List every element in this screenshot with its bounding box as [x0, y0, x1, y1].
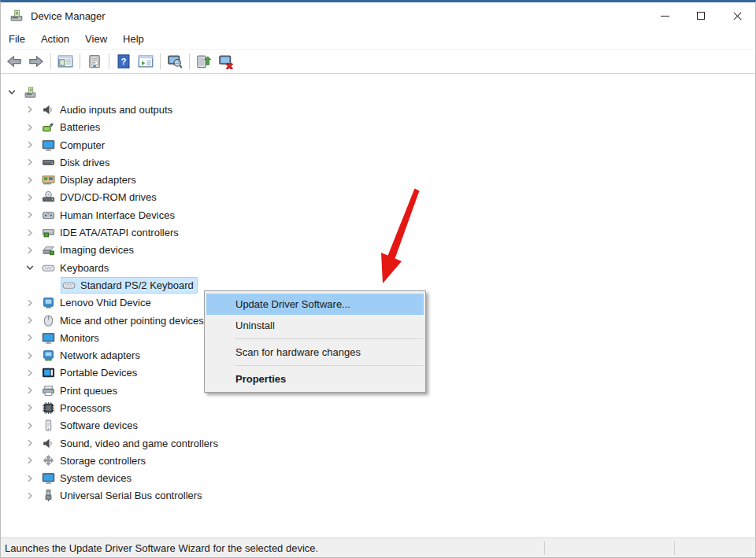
tree-item-body[interactable]: System devices	[41, 471, 135, 486]
tree-item-body[interactable]: DVD/CD-ROM drives	[41, 190, 160, 205]
tree-item-body[interactable]: IDE ATA/ATAPI controllers	[41, 225, 182, 240]
tree-item-display-adapters[interactable]: Display adapters	[1, 171, 755, 188]
uninstall-button[interactable]	[215, 51, 237, 72]
chevron-right-icon[interactable]	[24, 191, 41, 204]
chevron-down-icon[interactable]	[24, 261, 41, 274]
menu-file[interactable]: File	[1, 29, 33, 49]
console-tree-icon	[57, 54, 73, 69]
tree-item-body[interactable]: Mice and other pointing devices	[41, 313, 207, 328]
monitor-icon	[42, 471, 55, 485]
chevron-right-icon[interactable]	[24, 297, 41, 309]
menu-view[interactable]: View	[77, 29, 115, 49]
menu-item-properties[interactable]: Properties	[206, 368, 424, 390]
help-button[interactable]: ?	[113, 51, 135, 72]
close-button[interactable]	[719, 2, 755, 29]
menu-item-scan-for-hardware-changes[interactable]: Scan for hardware changes	[206, 342, 424, 363]
tree-item-sound-video-and-game-controllers[interactable]: Sound, video and game controllers	[1, 434, 755, 452]
menu-action[interactable]: Action	[33, 29, 77, 49]
chevron-right-icon[interactable]	[24, 156, 41, 168]
chevron-right-icon[interactable]	[24, 174, 41, 187]
tree-item-audio-inputs-and-outputs[interactable]: Audio inputs and outputs	[1, 101, 755, 118]
tree-item-software-devices[interactable]: Software devices	[1, 417, 755, 434]
tree-item-dvd-cd-rom-drives[interactable]: DVD/CD-ROM drives	[1, 189, 755, 206]
title-bar: Device Manager	[1, 2, 755, 29]
chevron-right-icon[interactable]	[24, 384, 41, 397]
window-controls	[647, 2, 755, 29]
tree-item-processors[interactable]: Processors	[1, 399, 755, 416]
selected-tree-item-body[interactable]: Standard PS/2 Keyboard	[61, 278, 197, 293]
show-hide-action-pane-button[interactable]	[135, 51, 157, 72]
tree-item-body[interactable]: Sound, video and game controllers	[41, 436, 221, 451]
properties-sheet-button[interactable]	[83, 51, 106, 72]
chevron-right-icon[interactable]	[24, 454, 41, 467]
chevron-right-icon[interactable]	[24, 401, 41, 414]
chevron-right-icon[interactable]	[24, 209, 41, 221]
chevron-right-icon[interactable]	[24, 331, 41, 344]
tree-item-computer[interactable]: Computer	[1, 136, 755, 153]
chevron-right-icon[interactable]	[24, 349, 41, 362]
tree-item-label: Lenovo Vhid Device	[60, 297, 151, 309]
tree-item-label: Software devices	[60, 419, 138, 431]
chevron-right-icon[interactable]	[24, 437, 41, 449]
minimize-button[interactable]	[647, 2, 683, 29]
tree-item-body[interactable]: Batteries	[41, 120, 103, 135]
tree-item-body[interactable]: Network adapters	[41, 348, 143, 363]
forward-button[interactable]	[25, 51, 47, 72]
chevron-right-icon[interactable]	[24, 314, 41, 327]
scan-for-hardware-changes-button[interactable]	[164, 51, 186, 72]
chevron-right-icon[interactable]	[24, 103, 41, 116]
chevron-right-icon[interactable]	[24, 121, 41, 134]
tree-item-body[interactable]: Lenovo Vhid Device	[41, 295, 154, 310]
tree-item-disk-drives[interactable]: Disk drives	[1, 153, 755, 171]
tree-item-body[interactable]: Processors	[41, 401, 114, 416]
tree-item-body[interactable]	[23, 85, 45, 100]
cpu-icon	[42, 401, 55, 415]
tree-item-label: Mice and other pointing devices	[60, 315, 204, 327]
tree-item-root[interactable]	[1, 83, 755, 101]
tree-item-body[interactable]: Disk drives	[41, 155, 113, 170]
menu-item-uninstall[interactable]: Uninstall	[206, 315, 424, 336]
chevron-right-icon[interactable]	[24, 490, 41, 502]
back-button[interactable]	[3, 51, 25, 72]
tree-item-ide-ata-atapi-controllers[interactable]: IDE ATA/ATAPI controllers	[1, 224, 755, 241]
dvd-icon	[42, 190, 55, 204]
tree-item-body[interactable]: Portable Devices	[41, 365, 140, 380]
tree-item-body[interactable]: Universal Serial Bus controllers	[41, 488, 206, 503]
update-driver-icon	[196, 54, 212, 69]
tree-item-body[interactable]: Audio inputs and outputs	[41, 102, 176, 117]
tree-item-universal-serial-bus-controllers[interactable]: Universal Serial Bus controllers	[1, 487, 755, 504]
tree-item-body[interactable]: Software devices	[41, 418, 141, 433]
chevron-down-icon[interactable]	[6, 86, 23, 98]
update-driver-software-button[interactable]	[193, 51, 215, 72]
tree-item-keyboards[interactable]: Keyboards	[1, 259, 755, 276]
tree-item-label: Universal Serial Bus controllers	[60, 490, 202, 501]
tree-item-body[interactable]: Computer	[41, 138, 108, 153]
status-text: Launches the Update Driver Software Wiza…	[5, 542, 318, 554]
chevron-right-icon[interactable]	[24, 244, 41, 257]
tree-item-body[interactable]: Print queues	[41, 383, 120, 398]
tree-item-body[interactable]: Monitors	[41, 331, 102, 346]
maximize-button[interactable]	[683, 2, 719, 29]
tree-item-imaging-devices[interactable]: Imaging devices	[1, 242, 755, 259]
chevron-right-icon[interactable]	[24, 139, 41, 151]
tree-item-body[interactable]: Storage controllers	[41, 453, 149, 468]
tree-item-body[interactable]: Human Interface Devices	[41, 208, 178, 223]
device-manager-window: Device Manager File Action View Help ? A…	[0, 0, 756, 558]
menu-help[interactable]: Help	[115, 29, 152, 49]
tree-item-body[interactable]: Imaging devices	[41, 242, 137, 257]
menu-item-update-driver-software[interactable]: Update Driver Software...	[206, 294, 424, 315]
tree-item-human-interface-devices[interactable]: Human Interface Devices	[1, 206, 755, 224]
chevron-right-icon[interactable]	[24, 367, 41, 379]
show-hide-console-tree-button[interactable]	[54, 51, 76, 72]
tree-item-system-devices[interactable]: System devices	[1, 470, 755, 487]
tree-item-body[interactable]: Display adapters	[41, 172, 139, 187]
chevron-right-icon[interactable]	[24, 472, 41, 485]
tree-item-body[interactable]: Keyboards	[41, 261, 112, 275]
portable-icon	[42, 366, 55, 379]
tree-item-storage-controllers[interactable]: Storage controllers	[1, 452, 755, 469]
back-icon	[6, 54, 22, 69]
svg-text:?: ?	[121, 57, 127, 66]
chevron-right-icon[interactable]	[24, 227, 41, 239]
tree-item-batteries[interactable]: Batteries	[1, 119, 755, 136]
chevron-right-icon[interactable]	[24, 419, 41, 432]
